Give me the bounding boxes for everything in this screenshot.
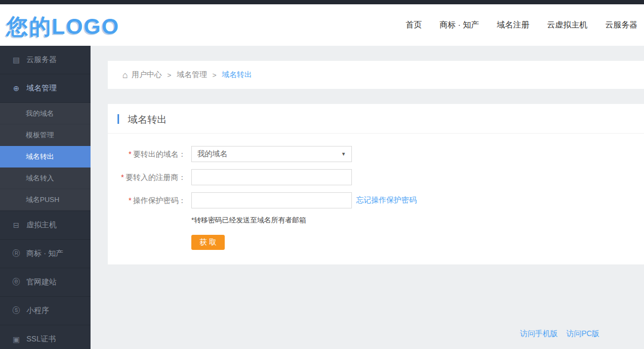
sidebar-item-label: SSL证书 bbox=[26, 334, 56, 344]
required-mark: * bbox=[121, 173, 124, 182]
nav-cloud-vhost[interactable]: 云虚拟主机 bbox=[547, 20, 587, 30]
host-icon: ⊟ bbox=[12, 221, 20, 229]
sidebar-item-mini-program[interactable]: ⓢ 小程序 bbox=[0, 297, 91, 325]
form-row-domain: *要转出的域名： 我的域名 ▼ bbox=[108, 146, 644, 162]
get-button[interactable]: 获取 bbox=[191, 235, 225, 250]
sidebar-item-virtual-host[interactable]: ⊟ 虚拟主机 bbox=[0, 211, 91, 240]
pc-version-link[interactable]: 访问PC版 bbox=[566, 329, 599, 338]
registrar-input-label: *要转入的注册商： bbox=[108, 169, 186, 185]
nav-home[interactable]: 首页 bbox=[406, 20, 422, 30]
domain-select-value: 我的域名 bbox=[197, 149, 227, 159]
breadcrumb-user-center[interactable]: 用户中心 bbox=[131, 70, 162, 80]
content-area: ⌂ 用户中心 > 域名管理 > 域名转出 域名转出 *要转出的域名： 我的域 bbox=[91, 46, 644, 349]
sidebar-item-ssl-cert[interactable]: ▣ SSL证书 bbox=[0, 325, 91, 349]
nav-trademark[interactable]: 商标 · 知产 bbox=[440, 20, 479, 30]
top-nav: 首页 商标 · 知产 域名注册 云虚拟主机 云服务器 bbox=[406, 4, 638, 46]
password-input-label: *操作保护密码： bbox=[108, 192, 186, 208]
domain-select[interactable]: 我的域名 ▼ bbox=[191, 146, 352, 162]
breadcrumb: ⌂ 用户中心 > 域名管理 > 域名转出 bbox=[108, 61, 644, 89]
nav-cloud-server[interactable]: 云服务器 bbox=[605, 20, 638, 30]
sidebar-item-label: 虚拟主机 bbox=[26, 220, 57, 230]
server-icon: ▤ bbox=[12, 55, 20, 64]
form-row-password: *操作保护密码： 忘记操作保护密码 bbox=[108, 192, 644, 208]
breadcrumb-separator: > bbox=[212, 71, 217, 79]
required-mark: * bbox=[129, 196, 131, 205]
home-icon: ⌂ bbox=[122, 71, 128, 80]
domain-transfer-out-panel: 域名转出 *要转出的域名： 我的域名 ▼ *要 bbox=[108, 104, 644, 264]
domain-submenu: 我的域名 模板管理 域名转出 域名转入 域名PUSH bbox=[0, 103, 91, 211]
sidebar-item-trademark[interactable]: Ⓡ 商标 · 知产 bbox=[0, 240, 91, 268]
sidebar-item-website-builder[interactable]: ⓔ 官网建站 bbox=[0, 268, 91, 297]
mobile-version-link[interactable]: 访问手机版 bbox=[520, 329, 558, 338]
sidebar-item-domain-manage[interactable]: ⊕ 域名管理 bbox=[0, 74, 91, 103]
trademark-icon: Ⓡ bbox=[12, 249, 20, 259]
sidebar-item-label: 小程序 bbox=[26, 306, 49, 316]
submenu-item-my-domains[interactable]: 我的域名 bbox=[0, 103, 91, 124]
footer-links: 访问手机版 访问PC版 bbox=[520, 329, 599, 339]
submenu-item-domain-transfer-in[interactable]: 域名转入 bbox=[0, 167, 91, 189]
panel-title-row: 域名转出 bbox=[108, 104, 644, 134]
certificate-icon: ▣ bbox=[12, 335, 20, 344]
form-row-registrar: *要转入的注册商： bbox=[108, 169, 644, 185]
domain-select-label: *要转出的域名： bbox=[108, 146, 186, 162]
sidebar-item-label: 域名管理 bbox=[26, 83, 57, 93]
registrar-input[interactable] bbox=[191, 169, 352, 185]
submenu-item-domain-transfer-out[interactable]: 域名转出 bbox=[0, 146, 91, 167]
top-dark-strip bbox=[0, 0, 644, 4]
nav-domain-register[interactable]: 域名注册 bbox=[497, 20, 529, 30]
chevron-down-icon: ▼ bbox=[341, 151, 346, 157]
website-icon: ⓔ bbox=[12, 277, 20, 287]
page-title: 域名转出 bbox=[128, 113, 167, 126]
sidebar-item-label: 云服务器 bbox=[26, 55, 57, 65]
site-logo[interactable]: 您的LOGO bbox=[6, 12, 120, 41]
sidebar: ▤ 云服务器 ⊕ 域名管理 我的域名 模板管理 域名转出 域名转入 域名PUSH… bbox=[0, 46, 91, 349]
header: 您的LOGO 首页 商标 · 知产 域名注册 云虚拟主机 云服务器 bbox=[0, 4, 644, 46]
sidebar-item-label: 商标 · 知产 bbox=[26, 249, 63, 259]
miniprogram-icon: ⓢ bbox=[12, 306, 20, 316]
submenu-item-domain-push[interactable]: 域名PUSH bbox=[0, 189, 91, 211]
transfer-out-form: *要转出的域名： 我的域名 ▼ *要转入的注册商： bbox=[108, 134, 644, 250]
sidebar-item-label: 官网建站 bbox=[26, 277, 57, 287]
breadcrumb-separator: > bbox=[167, 71, 171, 79]
protect-password-input[interactable] bbox=[191, 192, 352, 208]
globe-icon: ⊕ bbox=[12, 84, 20, 93]
page: 您的LOGO 首页 商标 · 知产 域名注册 云虚拟主机 云服务器 ▤ 云服务器… bbox=[0, 0, 644, 349]
title-accent-bar bbox=[117, 114, 119, 124]
sidebar-item-cloud-server[interactable]: ▤ 云服务器 bbox=[0, 46, 91, 74]
breadcrumb-current[interactable]: 域名转出 bbox=[221, 70, 252, 80]
submenu-item-template-manage[interactable]: 模板管理 bbox=[0, 124, 91, 146]
forgot-password-link[interactable]: 忘记操作保护密码 bbox=[356, 196, 417, 205]
transfer-password-note: *转移密码已经发送至域名所有者邮箱 bbox=[191, 215, 644, 225]
required-mark: * bbox=[129, 150, 131, 158]
breadcrumb-domain-manage[interactable]: 域名管理 bbox=[177, 70, 207, 80]
